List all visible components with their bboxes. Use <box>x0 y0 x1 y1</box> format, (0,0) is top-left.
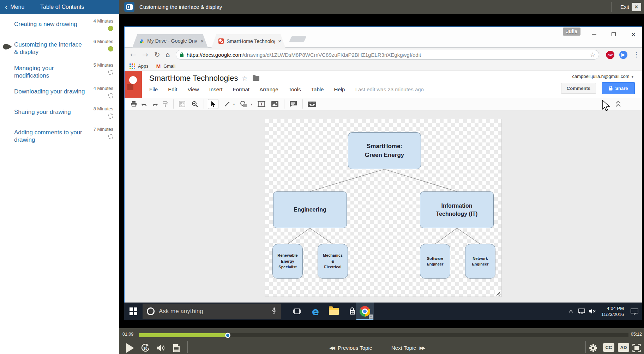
cortana-search-box[interactable] <box>143 304 281 319</box>
input-tools-icon[interactable] <box>307 98 317 110</box>
collapse-toolbar-icon[interactable] <box>615 100 621 110</box>
search-input[interactable] <box>159 308 258 315</box>
previous-topic-button[interactable]: ◀◀ Previous Topic <box>329 342 372 354</box>
google-drawings-logo[interactable] <box>125 71 142 98</box>
exit-label[interactable]: Exit <box>620 0 629 14</box>
text-box-icon[interactable]: T <box>257 98 266 110</box>
taskbar-clock[interactable]: 4:04 PM 11/23/2016 <box>596 303 624 320</box>
audio-description-button[interactable]: AD <box>618 343 629 352</box>
menu-arrange[interactable]: Arrange <box>259 86 278 92</box>
toc-item-label[interactable]: Customizing the interface & display <box>14 38 86 56</box>
canvas-resize-handle[interactable] <box>495 290 501 296</box>
shape-tool-icon[interactable] <box>239 98 249 110</box>
adblock-extension-icon[interactable]: ABP <box>606 51 614 59</box>
toc-item[interactable]: Sharing your drawing 8 Minutes <box>0 102 119 122</box>
volume-button[interactable] <box>156 342 167 354</box>
fullscreen-button[interactable] <box>632 342 641 354</box>
toc-item[interactable]: Managing your modifications 5 Minutes <box>0 58 119 82</box>
star-document-icon[interactable]: ☆ <box>242 74 248 82</box>
settings-button[interactable] <box>588 342 598 354</box>
menu-file[interactable]: File <box>149 86 158 92</box>
tab-close-icon[interactable]: × <box>200 38 204 44</box>
address-bar[interactable]: https://docs.google.com/drawings/d/1ZLWD… <box>176 50 599 60</box>
line-tool-icon[interactable] <box>223 98 231 110</box>
tray-chevron-icon[interactable] <box>566 303 576 320</box>
bookmark-star-icon[interactable]: ☆ <box>590 51 595 58</box>
zoom-icon[interactable] <box>190 98 199 110</box>
next-topic-button[interactable]: Next Topic ▶▶ <box>391 342 425 354</box>
extension-icon[interactable] <box>619 51 627 59</box>
video-frame[interactable]: Julia My Drive - Google Drive × SmartHom… <box>119 14 644 328</box>
drawing-canvas[interactable]: SmartHome: Green Energy Engineering Info… <box>265 119 502 297</box>
menu-format[interactable]: Format <box>233 86 249 92</box>
shape-tool-caret[interactable]: ▾ <box>249 98 254 110</box>
transcript-button[interactable] <box>171 342 182 354</box>
menu-insert[interactable]: Insert <box>209 86 223 92</box>
print-icon[interactable] <box>130 98 138 110</box>
undo-icon[interactable] <box>140 98 149 110</box>
window-close-button[interactable]: × <box>631 31 636 37</box>
bookmark-apps[interactable]: Apps <box>138 63 149 69</box>
window-minimize-button[interactable] <box>591 31 597 37</box>
apps-grid-icon[interactable] <box>130 63 135 69</box>
edge-icon[interactable]: e <box>308 303 323 320</box>
menu-edit[interactable]: Edit <box>168 86 177 92</box>
toc-item-label[interactable]: Adding comments to your drawing <box>14 126 86 144</box>
paint-format-icon[interactable] <box>161 98 170 110</box>
toc-item-label[interactable]: Managing your modifications <box>14 62 86 80</box>
select-tool-active[interactable] <box>208 99 218 109</box>
task-view-button[interactable] <box>289 303 305 320</box>
network-icon[interactable] <box>577 303 587 320</box>
tab-close-icon[interactable]: × <box>278 38 281 44</box>
toc-item-label[interactable]: Downloading your drawing <box>14 85 85 100</box>
progress-bar[interactable] <box>139 333 628 337</box>
home-button[interactable]: ⌂ <box>165 48 170 62</box>
action-center-icon[interactable] <box>627 303 642 320</box>
comments-button[interactable]: Comments <box>561 83 596 94</box>
insert-comment-icon[interactable] <box>288 98 298 110</box>
browser-menu-icon[interactable]: ⋮ <box>633 48 639 62</box>
tab-my-drive[interactable]: My Drive - Google Drive × <box>132 34 208 48</box>
org-node-mechanics[interactable]: Mechanics & Electrical <box>318 244 348 279</box>
redo-icon[interactable] <box>151 98 159 110</box>
line-tool-caret[interactable]: ▾ <box>232 98 236 110</box>
new-tab-button[interactable] <box>289 36 307 42</box>
org-node-it[interactable]: Information Technology (IT) <box>420 191 494 228</box>
menu-tools[interactable]: Tools <box>289 86 301 92</box>
toc-item-label[interactable]: Sharing your drawing <box>14 105 71 120</box>
progress-knob[interactable] <box>225 332 230 338</box>
zoom-fit-icon[interactable] <box>177 98 187 110</box>
org-node-renewable[interactable]: Renewable Energy Specialist <box>272 244 303 279</box>
sidebar-toggle-button[interactable] <box>124 2 134 12</box>
tab-smarthome[interactable]: SmartHome Technologies × <box>211 34 285 48</box>
bookmark-gmail[interactable]: Gmail <box>163 63 175 69</box>
menu-view[interactable]: View <box>187 86 199 92</box>
exit-button[interactable]: × <box>632 3 641 11</box>
org-node-engineering[interactable]: Engineering <box>273 191 347 228</box>
document-title[interactable]: SmartHome Technologies <box>149 74 238 83</box>
insert-image-icon[interactable] <box>270 98 280 110</box>
menu-table[interactable]: Table <box>311 86 324 92</box>
rewind-10-button[interactable]: 10 <box>140 342 151 354</box>
menu-button[interactable]: ‹Menu <box>5 0 24 14</box>
closed-captions-button[interactable]: CC <box>603 343 614 352</box>
move-to-folder-icon[interactable] <box>253 76 259 81</box>
chrome-taskbar-icon[interactable] <box>356 303 374 320</box>
org-node-root[interactable]: SmartHome: Green Energy <box>348 132 421 169</box>
toc-item-label[interactable]: Creating a new drawing <box>14 18 77 32</box>
account-email[interactable]: campbell.julia.h@gmail.com▾ <box>572 74 633 79</box>
menu-help[interactable]: Help <box>334 86 345 92</box>
file-explorer-icon[interactable] <box>326 303 342 320</box>
org-node-software[interactable]: Software Engineer <box>420 244 450 279</box>
gmail-icon[interactable]: M <box>156 63 161 69</box>
start-button[interactable] <box>127 303 140 320</box>
forward-button[interactable]: → <box>142 48 148 62</box>
microphone-icon[interactable] <box>272 307 277 316</box>
share-button[interactable]: Share <box>602 82 635 94</box>
play-button[interactable] <box>125 342 134 354</box>
window-maximize-button[interactable] <box>611 31 616 37</box>
toc-item[interactable]: Creating a new drawing 4 Minutes <box>0 14 119 35</box>
back-button[interactable]: ← <box>130 48 136 62</box>
toc-item-current[interactable]: Customizing the interface & display 6 Mi… <box>0 35 119 58</box>
toc-item[interactable]: Adding comments to your drawing 7 Minute… <box>0 122 119 146</box>
